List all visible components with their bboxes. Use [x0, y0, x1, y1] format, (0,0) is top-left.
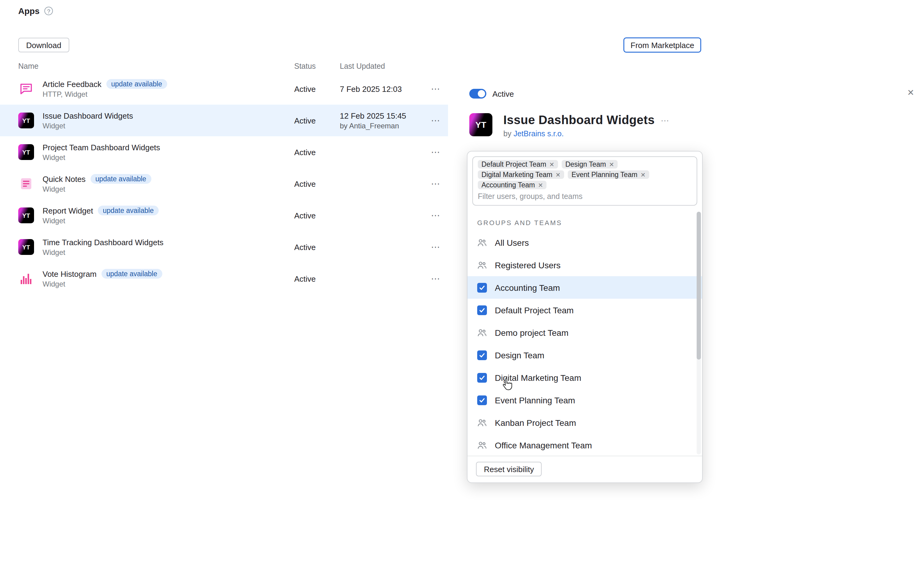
- app-status: Active: [294, 242, 340, 251]
- app-status: Active: [294, 179, 340, 188]
- app-row-menu-cell: ⋯: [414, 242, 441, 253]
- app-name: Project Team Dashboard Widgets: [42, 143, 160, 152]
- app-icon: YT: [18, 176, 34, 192]
- mouse-pointer-cursor: [502, 378, 513, 391]
- group-option[interactable]: Default Project Team: [468, 299, 702, 321]
- active-toggle-label: Active: [492, 89, 514, 98]
- group-option[interactable]: Accounting Team: [468, 276, 702, 299]
- tag-remove-icon[interactable]: ✕: [609, 161, 614, 168]
- group-option[interactable]: Demo project Team: [468, 321, 702, 344]
- reset-visibility-button[interactable]: Reset visibility: [476, 462, 542, 476]
- app-name-cell: YT Article Feedback update available HTT…: [18, 79, 294, 99]
- app-row[interactable]: YT Article Feedback update available HTT…: [0, 73, 448, 105]
- tag-remove-icon[interactable]: ✕: [538, 182, 543, 188]
- selected-teams-input[interactable]: Default Project Team ✕ Design Team ✕ Dig…: [472, 156, 697, 206]
- app-name-cell: YT Issue Dashboard Widgets Widget: [18, 111, 294, 130]
- app-row-menu-cell: ⋯: [414, 115, 441, 126]
- column-header-name: Name: [18, 62, 294, 71]
- app-icon: YT: [18, 144, 34, 160]
- row-overflow-menu-button[interactable]: ⋯: [431, 273, 441, 284]
- group-option[interactable]: Office Management Team: [468, 434, 702, 456]
- chat-bubble-icon: [18, 81, 34, 97]
- selected-team-tag: Digital Marketing Team ✕: [478, 170, 564, 179]
- notes-icon: [18, 176, 34, 192]
- app-row[interactable]: YT Time Tracking Dashboard Widgets Widge…: [0, 231, 448, 263]
- youtrack-logo-icon: YT: [18, 113, 34, 128]
- app-updated-by: by Antia_Freeman: [340, 121, 414, 130]
- segment-marketplace-button[interactable]: From Marketplace: [624, 38, 701, 52]
- group-option-label: Kanban Project Team: [495, 418, 576, 427]
- checkbox-checked-icon[interactable]: [477, 305, 487, 315]
- group-icon: [477, 260, 487, 270]
- scrollbar-thumb[interactable]: [697, 212, 701, 359]
- app-title-menu-button[interactable]: ⋯: [661, 115, 670, 125]
- group-icon: [477, 440, 487, 450]
- group-icon: [477, 238, 487, 247]
- group-option[interactable]: Kanban Project Team: [468, 411, 702, 434]
- group-option-label: All Users: [495, 238, 529, 247]
- app-name-block: Vote Histogram update available Widget: [42, 269, 162, 288]
- tag-label: Default Project Team: [482, 161, 546, 168]
- group-option-label: Design Team: [495, 350, 544, 360]
- checkbox-checked-icon[interactable]: [477, 350, 487, 360]
- tag-remove-icon[interactable]: ✕: [556, 171, 561, 178]
- selected-team-tag: Accounting Team ✕: [478, 181, 547, 189]
- app-name-cell: YT Project Team Dashboard Widgets Widget: [18, 143, 294, 161]
- app-updated-date: 12 Feb 2025 15:45: [340, 111, 414, 120]
- app-icon: YT: [18, 208, 34, 223]
- active-toggle[interactable]: [469, 89, 486, 99]
- row-overflow-menu-button[interactable]: ⋯: [431, 242, 441, 252]
- download-button[interactable]: Download: [18, 38, 69, 52]
- row-overflow-menu-button[interactable]: ⋯: [431, 83, 441, 94]
- app-row[interactable]: YT Quick Notes update available Widget A…: [0, 168, 448, 200]
- detail-title: Issue Dashboard Widgets: [503, 113, 655, 127]
- row-overflow-menu-button[interactable]: ⋯: [431, 115, 441, 125]
- app-row[interactable]: YT Report Widget update available Widget…: [0, 200, 448, 231]
- row-overflow-menu-button[interactable]: ⋯: [431, 210, 441, 220]
- group-icon: [477, 418, 487, 427]
- selected-team-tag: Event Planning Team ✕: [568, 170, 649, 179]
- app-row[interactable]: YT Issue Dashboard Widgets Widget Active…: [0, 105, 448, 136]
- group-option[interactable]: All Users: [468, 231, 702, 254]
- group-option-label: Accounting Team: [495, 283, 560, 292]
- update-available-badge: update available: [98, 206, 159, 215]
- app-row-menu-cell: ⋯: [414, 147, 441, 158]
- groups-section-header: GROUPS AND TEAMS: [468, 211, 702, 231]
- vendor-link[interactable]: JetBrains s.r.o.: [513, 129, 564, 138]
- row-overflow-menu-button[interactable]: ⋯: [431, 178, 441, 189]
- app-row-menu-cell: ⋯: [414, 178, 441, 189]
- group-option-label: Demo project Team: [495, 328, 568, 337]
- app-name: Issue Dashboard Widgets: [42, 111, 133, 120]
- tag-label: Accounting Team: [482, 181, 535, 189]
- close-icon[interactable]: ✕: [907, 87, 914, 97]
- tag-remove-icon[interactable]: ✕: [640, 171, 646, 178]
- groups-list-viewport: GROUPS AND TEAMS All Users Registered Us…: [468, 211, 702, 456]
- group-option[interactable]: Event Planning Team: [468, 389, 702, 411]
- app-name-block: Project Team Dashboard Widgets Widget: [42, 143, 160, 161]
- group-option[interactable]: Registered Users: [468, 254, 702, 276]
- active-toggle-row: Active: [469, 89, 915, 99]
- app-row[interactable]: YT Project Team Dashboard Widgets Widget…: [0, 136, 448, 168]
- filter-groups-input[interactable]: [478, 191, 692, 202]
- apps-admin-page: Apps ? Add app... Download All From Mark…: [0, 0, 924, 567]
- group-option[interactable]: Design Team: [468, 344, 702, 366]
- checkbox-checked-icon[interactable]: [477, 283, 487, 292]
- app-name-cell: YT Quick Notes update available Widget: [18, 174, 294, 194]
- app-name-cell: YT Time Tracking Dashboard Widgets Widge…: [18, 238, 294, 256]
- checkbox-checked-icon[interactable]: [477, 395, 487, 405]
- app-type: Widget: [42, 185, 151, 194]
- app-name: Time Tracking Dashboard Widgets: [42, 238, 164, 247]
- update-available-badge: update available: [106, 79, 167, 89]
- help-icon[interactable]: ?: [44, 7, 53, 15]
- app-name-block: Report Widget update available Widget: [42, 206, 159, 225]
- tag-remove-icon[interactable]: ✕: [549, 161, 554, 168]
- checkbox-checked-icon[interactable]: [477, 373, 487, 382]
- app-name-block: Time Tracking Dashboard Widgets Widget: [42, 238, 164, 256]
- group-option-label: Event Planning Team: [495, 395, 575, 405]
- tag-label: Digital Marketing Team: [482, 171, 553, 178]
- app-row[interactable]: YT Vote Histogram update available Widge…: [0, 263, 448, 295]
- app-type: Widget: [42, 248, 164, 256]
- update-available-badge: update available: [102, 269, 162, 279]
- app-name: Vote Histogram: [42, 269, 97, 278]
- row-overflow-menu-button[interactable]: ⋯: [431, 147, 441, 157]
